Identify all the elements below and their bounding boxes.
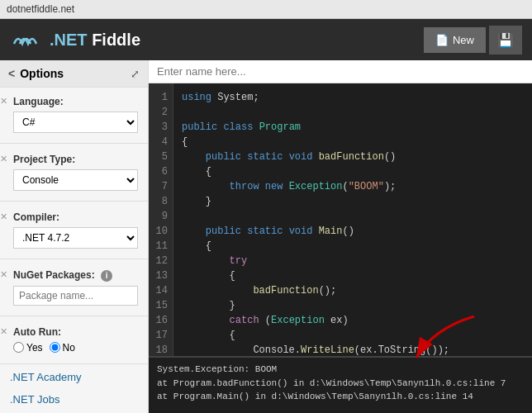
logo-area: .NET Fiddle <box>10 27 420 52</box>
save-button[interactable]: 💾 <box>489 26 522 55</box>
content-area: 12345 678910 1112131415 1617181920 21 us… <box>149 60 532 413</box>
autorun-no-label[interactable]: No <box>50 342 75 354</box>
divider-5 <box>0 363 148 364</box>
sidebar-link-support[interactable]: Support <box>0 411 148 414</box>
sidebar-link-jobs[interactable]: .NET Jobs <box>0 388 148 411</box>
sidebar-header-left: < Options <box>8 67 64 80</box>
language-section: ✕ Language: C# VB.NET F# <box>0 88 148 141</box>
compiler-close[interactable]: ✕ <box>0 211 7 222</box>
name-bar <box>149 60 532 83</box>
new-icon: 📄 <box>435 34 449 46</box>
code-editor[interactable]: 12345 678910 1112131415 1617181920 21 us… <box>149 83 532 356</box>
nuget-info-icon[interactable]: i <box>101 270 112 282</box>
autorun-yes-radio[interactable] <box>13 342 24 353</box>
compiler-label: Compiler: <box>13 211 138 223</box>
language-close[interactable]: ✕ <box>0 96 7 107</box>
project-type-select[interactable]: Console MVC Nancy Script <box>13 169 138 191</box>
sidebar-title: Options <box>20 67 64 80</box>
line-numbers: 12345 678910 1112131415 1617181920 21 <box>149 83 173 356</box>
divider-2 <box>0 201 148 202</box>
logo-net: .NET <box>50 31 88 49</box>
logo-text: .NET Fiddle <box>50 31 140 50</box>
output-area: System.Exception: BOOM at Program.badFun… <box>149 356 532 413</box>
top-nav: .NET Fiddle 📄 New 💾 <box>0 19 532 60</box>
code-content[interactable]: using System; public class Program { pub… <box>173 83 458 356</box>
output-line-3: at Program.Main() in d:\Windows\Temp\5an… <box>157 390 524 404</box>
autorun-no-radio[interactable] <box>50 342 60 353</box>
browser-url: dotnetfiddle.net <box>7 3 74 15</box>
autorun-section: ✕ Auto Run: Yes No <box>0 318 148 362</box>
main-layout: < Options ⤢ ✕ Language: C# VB.NET F# ✕ P… <box>0 60 532 413</box>
project-type-close[interactable]: ✕ <box>0 154 7 164</box>
expand-button[interactable]: ⤢ <box>131 68 140 80</box>
name-input[interactable] <box>157 65 524 78</box>
output-line-2: at Program.badFunction() in d:\Windows\T… <box>157 377 524 391</box>
nuget-section: ✕ NuGet Packages: i <box>0 261 148 314</box>
autorun-close[interactable]: ✕ <box>0 326 7 337</box>
divider-4 <box>0 316 148 316</box>
divider-1 <box>0 143 148 144</box>
sidebar-link-academy[interactable]: .NET Academy <box>0 366 148 388</box>
project-type-label: Project Type: <box>13 154 138 165</box>
collapse-button[interactable]: < <box>8 67 15 80</box>
output-line-1: System.Exception: BOOM <box>157 363 524 377</box>
autorun-yes-label[interactable]: Yes <box>13 342 43 354</box>
project-type-section: ✕ Project Type: Console MVC Nancy Script <box>0 145 148 199</box>
logo-icon <box>10 27 43 52</box>
autorun-row: Yes No <box>13 342 138 354</box>
autorun-label: Auto Run: <box>13 326 138 338</box>
language-label: Language: <box>13 96 138 107</box>
nuget-label: NuGet Packages: i <box>13 269 138 282</box>
sidebar: < Options ⤢ ✕ Language: C# VB.NET F# ✕ P… <box>0 60 149 413</box>
sidebar-header: < Options ⤢ <box>0 60 148 88</box>
logo-fiddle: Fiddle <box>92 31 140 49</box>
language-select[interactable]: C# VB.NET F# <box>13 112 138 133</box>
compiler-section: ✕ Compiler: .NET 4.7.2 .NET 5 .NET 6 .NE… <box>0 203 148 257</box>
compiler-select[interactable]: .NET 4.7.2 .NET 5 .NET 6 .NET 7 <box>13 227 138 249</box>
divider-3 <box>0 259 148 259</box>
browser-bar: dotnetfiddle.net <box>0 0 532 19</box>
new-button[interactable]: 📄 New <box>424 27 486 53</box>
save-icon: 💾 <box>497 33 514 47</box>
nuget-input[interactable] <box>13 286 138 306</box>
nuget-close[interactable]: ✕ <box>0 269 7 280</box>
